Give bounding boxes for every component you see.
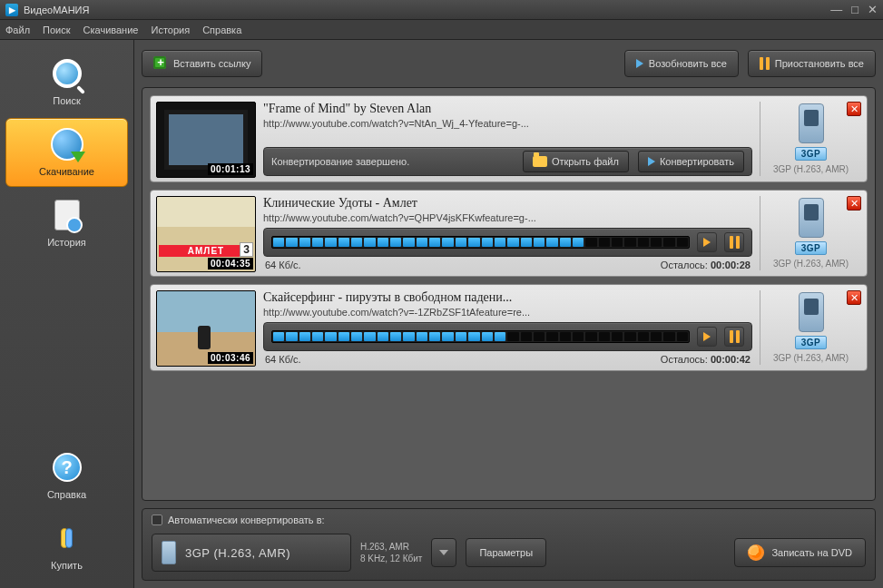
download-speed: 64 Кб/с. [265, 354, 301, 365]
phone-icon [799, 103, 824, 143]
status-text: Конвертирование завершено. [271, 156, 409, 167]
menu-file[interactable]: Файл [5, 24, 30, 35]
video-thumbnail[interactable]: АМЛЕТ 3 00:04:35 [156, 196, 256, 272]
format-meta: H.263, AMR 8 KHz, 12 Кбит [360, 542, 422, 564]
remain-label: Осталось: [661, 260, 708, 270]
video-url: http://www.youtube.com/watch?v=-1ZRbZSF1… [263, 307, 752, 318]
resume-item-button[interactable] [697, 232, 717, 252]
convert-icon [648, 157, 655, 166]
footer-panel: Автоматически конвертировать в: 3GP (H.2… [142, 508, 876, 581]
help-icon: ? [53, 453, 82, 482]
format-codec: H.263, AMR [360, 542, 422, 552]
video-duration: 00:03:46 [208, 352, 253, 364]
params-button[interactable]: Параметры [466, 538, 546, 567]
app-logo-icon: ▶ [5, 4, 18, 16]
download-toolbar: Вставить ссылку Возобновить все Приостан… [142, 47, 876, 80]
dvd-icon [748, 544, 764, 561]
remove-download-button[interactable]: ✕ [847, 290, 861, 305]
sidebar-label: Справка [47, 489, 86, 500]
sidebar-item-buy[interactable]: Купить [5, 512, 128, 581]
sidebar-label: Купить [51, 560, 83, 571]
titlebar: ▶ ВидеоМАНИЯ — □ ✕ [0, 0, 883, 20]
video-title: "Frame of Mind" by Steven Alan [263, 102, 752, 116]
download-card[interactable]: ✕ АМЛЕТ 3 00:04:35 Клинические Удоты - А… [150, 190, 868, 277]
plus-icon [153, 56, 168, 71]
video-url: http://www.youtube.com/watch?v=NtAn_Wj_4… [263, 118, 752, 129]
menu-download[interactable]: Скачивание [83, 24, 139, 35]
video-url: http://www.youtube.com/watch?v=QHPV4jsKF… [263, 212, 752, 223]
card-progress-row [263, 322, 752, 351]
open-file-button[interactable]: Открыть файл [523, 151, 629, 172]
format-audio: 8 KHz, 12 Кбит [360, 554, 422, 564]
pause-all-button[interactable]: Приостановить все [748, 50, 876, 77]
play-icon [703, 332, 711, 341]
resume-item-button[interactable] [697, 327, 717, 347]
pause-icon [760, 57, 770, 70]
remove-download-button[interactable]: ✕ [847, 102, 861, 116]
progress-bar [271, 236, 690, 249]
sidebar: Поиск Скачивание История ? Справка Купит… [0, 40, 134, 588]
window-title: ВидеоМАНИЯ [24, 5, 89, 15]
burn-dvd-label: Записать на DVD [771, 547, 852, 558]
sidebar-label: Скачивание [39, 166, 94, 177]
sidebar-label: Поиск [53, 95, 80, 106]
progress-bar [271, 330, 690, 343]
format-badge: 3GP [795, 336, 828, 349]
downloads-list: ✕ 00:01:13 "Frame of Mind" by Steven Ala… [142, 87, 876, 501]
pause-item-button[interactable] [724, 232, 744, 252]
play-icon [703, 238, 711, 247]
card-progress-row [263, 228, 752, 257]
keys-icon [61, 528, 73, 548]
resume-all-label: Возобновить все [649, 58, 727, 69]
resume-all-button[interactable]: Возобновить все [624, 50, 739, 77]
download-speed: 64 Кб/с. [265, 260, 301, 270]
minimize-button[interactable]: — [830, 4, 842, 15]
play-icon [636, 59, 643, 68]
remain-value: 00:00:42 [711, 354, 751, 365]
phone-icon [799, 292, 824, 332]
remain-label: Осталось: [661, 354, 708, 365]
card-action-row: Конвертирование завершено. Открыть файл … [263, 147, 752, 176]
paste-link-button[interactable]: Вставить ссылку [142, 50, 262, 77]
format-dropdown-button[interactable] [431, 538, 456, 567]
maximize-button[interactable]: □ [851, 4, 858, 15]
download-card[interactable]: ✕ 00:03:46 Скайсерфинг - пируэты в свобо… [150, 284, 868, 371]
pause-icon [730, 236, 740, 249]
sidebar-item-search[interactable]: Поиск [5, 47, 128, 116]
remove-download-button[interactable]: ✕ [847, 196, 861, 211]
menu-history[interactable]: История [151, 24, 190, 35]
close-window-button[interactable]: ✕ [868, 4, 878, 15]
phone-icon [799, 198, 824, 238]
phone-icon [162, 541, 176, 564]
pause-item-button[interactable] [724, 327, 744, 347]
sidebar-item-history[interactable]: История [5, 189, 128, 258]
paste-link-label: Вставить ссылку [173, 58, 250, 69]
video-title: Клинические Удоты - Амлет [263, 196, 752, 211]
format-subtext: 3GP (H.263, AMR) [773, 259, 849, 269]
sidebar-item-help[interactable]: ? Справка [5, 441, 128, 510]
auto-convert-checkbox[interactable] [152, 514, 162, 525]
burn-dvd-button[interactable]: Записать на DVD [734, 538, 866, 567]
folder-icon [533, 156, 547, 167]
pause-icon [730, 330, 740, 343]
convert-label: Конвертировать [660, 156, 734, 167]
format-selector[interactable]: 3GP (H.263, AMR) [152, 534, 351, 572]
sidebar-item-download[interactable]: Скачивание [5, 118, 128, 187]
download-card[interactable]: ✕ 00:01:13 "Frame of Mind" by Steven Ala… [150, 95, 868, 182]
pause-all-label: Приостановить все [775, 58, 864, 69]
video-duration: 00:04:35 [208, 258, 253, 270]
menubar: Файл Поиск Скачивание История Справка [0, 20, 883, 40]
video-thumbnail[interactable]: 00:01:13 [156, 102, 256, 178]
thumbnail-corner-number: 3 [240, 242, 253, 257]
sidebar-label: История [47, 237, 86, 248]
format-badge: 3GP [795, 241, 828, 255]
params-label: Параметры [479, 547, 533, 558]
format-subtext: 3GP (H.263, AMR) [773, 353, 849, 363]
menu-help[interactable]: Справка [202, 24, 241, 35]
remain-value: 00:00:28 [711, 260, 751, 270]
menu-search[interactable]: Поиск [43, 24, 70, 35]
video-thumbnail[interactable]: 00:03:46 [156, 290, 256, 367]
convert-button[interactable]: Конвертировать [638, 151, 744, 172]
selected-format-name: 3GP (H.263, AMR) [185, 546, 290, 560]
chevron-down-icon [439, 550, 448, 555]
